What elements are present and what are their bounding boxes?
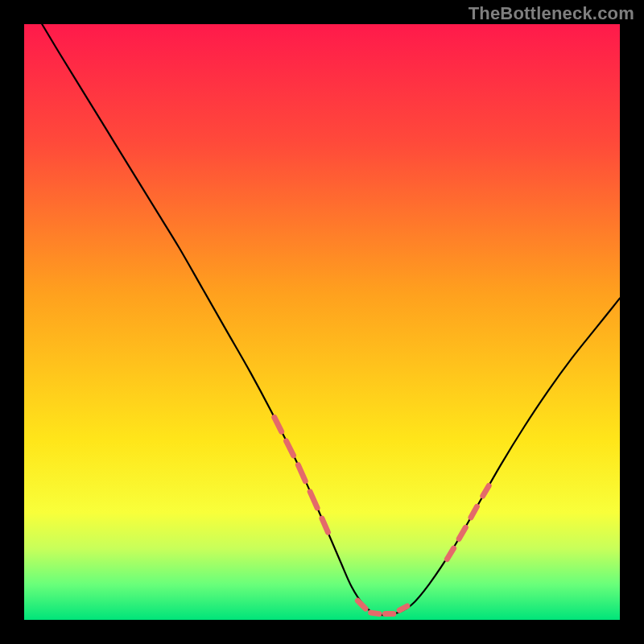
highlight-dash — [399, 606, 407, 610]
chart-frame: TheBottleneck.com — [0, 0, 644, 644]
chart-svg — [0, 0, 644, 644]
highlight-dash — [371, 613, 379, 613]
plot-background — [24, 24, 620, 620]
